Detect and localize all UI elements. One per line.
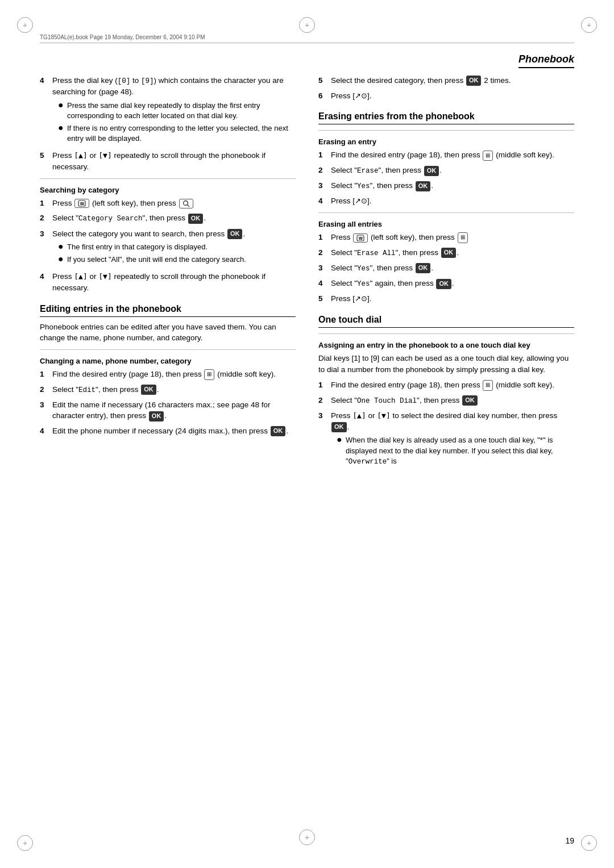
right-step-num-5: 5: [318, 75, 326, 86]
step4-bullets: ● Press the same dial key repeatedly to …: [52, 101, 296, 144]
page-title: Phonebook: [518, 53, 574, 68]
page-number: 19: [565, 836, 574, 845]
ok-button-erase2: OK: [424, 166, 439, 176]
talk-key-icon-6: ↗⊙: [355, 91, 367, 100]
assign-step-text-1: Find the desired entry (page 18), then p…: [331, 379, 574, 391]
erase-all-step-num-2: 2: [318, 247, 326, 258]
edit-step-2: 2 Select "Edit", then press OK.: [40, 384, 296, 395]
ok-button-erase3: OK: [416, 181, 431, 191]
assign-step-text-2: Select "One Touch Dial", then press OK: [331, 395, 574, 406]
key-9: [9]: [141, 77, 154, 85]
erase-step-2: 2 Select "Erase", then press OK.: [318, 165, 574, 176]
erase-all-step-text-5: Press [↗⊙].: [331, 293, 574, 304]
ok-button-all4: OK: [436, 279, 451, 289]
erase-text: Erase: [357, 167, 379, 175]
erase-step-text-2: Select "Erase", then press OK.: [331, 165, 574, 176]
erase-all-step-1: 1 Press ☎ (left soft key), then press ⊞: [318, 232, 574, 243]
ok-button-edit3: OK: [149, 411, 164, 422]
cat-bullet-text-2: If you select "All", the unit will end t…: [67, 254, 246, 265]
assign-bullet-1: ● When the dial key is already used as a…: [337, 435, 574, 467]
one-touch-dial-text: One Touch Dial: [357, 397, 417, 405]
bullet-dot-2: ●: [58, 123, 64, 144]
bullet-text-1: Press the same dial key repeatedly to di…: [67, 101, 296, 121]
nav-up-bracket: [▲]: [74, 151, 87, 160]
edit-step-text-1: Find the desired entry (page 18), then p…: [52, 369, 296, 380]
bullet-item-1: ● Press the same dial key repeatedly to …: [58, 101, 296, 121]
grid-btn-erase1: ⊞: [483, 151, 493, 161]
ok-button-edit2: OK: [141, 385, 156, 395]
assign-bullet-dot: ●: [337, 435, 342, 467]
erase-all-step-5: 5 Press [↗⊙].: [318, 293, 574, 304]
editing-intro-text: Phonebook entries can be edited after yo…: [40, 322, 296, 344]
searching-category-heading: Searching by category: [40, 186, 296, 194]
step-list-top: 4 Press the dial key ([0] to [9]) which …: [40, 75, 296, 173]
changing-subheading: Changing a name, phone number, category: [40, 357, 296, 365]
one-touch-dial-heading: One touch dial: [318, 315, 574, 328]
divider-erasing: [318, 130, 574, 131]
assign-bullet-text: When the dial key is already used as a o…: [346, 435, 574, 467]
erase-all-step-num-4: 4: [318, 278, 326, 289]
bullet-text-2: If there is no entry corresponding to th…: [67, 123, 296, 144]
edit-step-text-4: Edit the phone number if necessary (24 d…: [52, 425, 296, 437]
svg-line-3: [187, 205, 189, 207]
header-info: TG1850AL(e).book Page 19 Monday, Decembe…: [40, 34, 574, 43]
edit-step-3: 3 Edit the name if necessary (16 charact…: [40, 399, 296, 422]
nav-down-bracket: [▼]: [98, 151, 111, 160]
erase-step-text-1: Find the desired entry (page 18), then p…: [331, 149, 574, 161]
erase-all-step-2: 2 Select "Erase All", then press OK.: [318, 247, 574, 258]
svg-point-2: [183, 201, 188, 205]
cat-step-text-1: Press ☎ (left soft key), then press: [52, 198, 296, 209]
assign-step-num-3: 3: [318, 410, 326, 469]
svg-text:☎: ☎: [80, 202, 85, 206]
nav-down-cat: [▼]: [98, 272, 111, 281]
left-column: 4 Press the dial key ([0] to [9]) which …: [40, 75, 296, 473]
cat-step-3: 3 Select the category you want to search…: [40, 228, 296, 268]
assigning-step-list: 1 Find the desired entry (page 18), then…: [318, 379, 574, 469]
yes-text-1: Yes: [357, 182, 370, 190]
svg-text:☎: ☎: [358, 236, 363, 240]
erase-step-num-2: 2: [318, 165, 326, 176]
erase-step-text-4: Press [↗⊙].: [331, 195, 574, 207]
right-step-num-6: 6: [318, 90, 326, 102]
erase-step-num-1: 1: [318, 149, 326, 161]
category-search-text: Category Search: [78, 215, 143, 223]
step-item-4: 4 Press the dial key ([0] to [9]) which …: [40, 75, 296, 146]
cat-step-list: 1 Press ☎ (left soft key), then press: [40, 198, 296, 294]
erase-all-step-text-1: Press ☎ (left soft key), then press ⊞: [331, 232, 574, 243]
cat-bullet-dot-1: ●: [58, 242, 64, 252]
editing-step-list: 1 Find the desired entry (page 18), then…: [40, 369, 296, 437]
step-num-4: 4: [40, 75, 48, 146]
erase-step-num-4: 4: [318, 195, 326, 207]
cat-bullet-dot-2: ●: [58, 254, 64, 265]
edit-step-4: 4 Edit the phone number if necessary (24…: [40, 425, 296, 437]
assign-step-1: 1 Find the desired entry (page 18), then…: [318, 379, 574, 391]
erasing-all-subheading: Erasing all entries: [318, 220, 574, 228]
erase-all-step-text-4: Select "Yes" again, then press OK.: [331, 278, 574, 289]
talk-key-all5: ↗⊙: [355, 294, 367, 303]
grid-btn-edit1: ⊞: [204, 369, 214, 380]
erase-all-step-4: 4 Select "Yes" again, then press OK.: [318, 278, 574, 289]
nav-up-assign: [▲]: [352, 411, 366, 420]
overwrite-text: Overwrite: [349, 458, 387, 466]
ok-button-assign2: OK: [462, 395, 478, 406]
edit-step-num-1: 1: [40, 369, 48, 380]
ok-button-r5: OK: [466, 76, 482, 86]
erasing-entry-step-list: 1 Find the desired entry (page 18), then…: [318, 149, 574, 207]
right-step-5: 5 Select the desired category, then pres…: [318, 75, 574, 86]
grid-btn-assign1: ⊞: [483, 380, 493, 391]
cat-step-num-1: 1: [40, 198, 48, 209]
yes-text-all4: Yes: [357, 280, 370, 288]
ok-button-all2: OK: [441, 248, 457, 258]
page-title-bar: Phonebook: [40, 53, 574, 68]
right-step-6: 6 Press [↗⊙].: [318, 90, 574, 102]
cat-bullet-1: ● The first entry in that category is di…: [58, 242, 296, 252]
erase-all-step-num-1: 1: [318, 232, 326, 243]
erase-all-step-num-3: 3: [318, 262, 326, 274]
divider-erasing-all: [318, 212, 574, 213]
cat-step-num-4: 4: [40, 271, 48, 293]
erase-all-step-text-3: Select "Yes", then press OK.: [331, 262, 574, 274]
cat-step-text-2: Select "Category Search", then press OK.: [52, 212, 296, 224]
editing-section-heading: Editing entries in the phonebook: [40, 304, 296, 317]
bullet-item-2: ● If there is no entry corresponding to …: [58, 123, 296, 144]
assign-step-3: 3 Press [▲] or [▼] to select the desired…: [318, 410, 574, 469]
